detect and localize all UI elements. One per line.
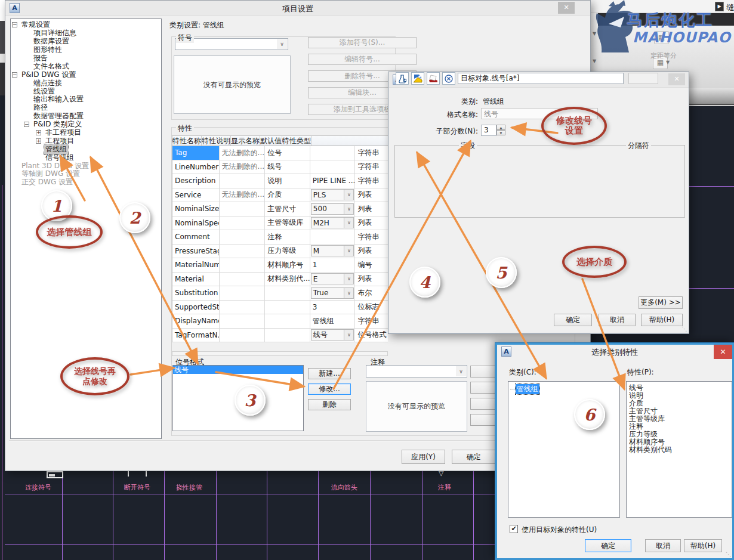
cell-property-desc[interactable] (220, 174, 266, 188)
tree-expander-icon[interactable]: + (36, 130, 41, 135)
symbol-action-button[interactable]: 编辑符号... (308, 54, 417, 65)
ok-button[interactable]: 确定 (585, 539, 631, 552)
table-row[interactable]: MaterialNum... 材料顺序号 1∨ 编号 (172, 258, 388, 273)
cell-property-desc[interactable] (220, 202, 266, 216)
tag-format-action-button[interactable]: 新建... (308, 368, 351, 379)
chevron-down-icon[interactable]: ∨ (344, 273, 354, 284)
cell-property-name[interactable]: PressureStage (172, 245, 220, 259)
table-row[interactable]: DisplayName 管线组∨ 字符串 (172, 314, 388, 329)
cell-property-name[interactable]: Tag (172, 146, 220, 160)
cell-property-type[interactable]: 字符串 (355, 160, 388, 175)
property-item[interactable]: 材料类别代码 (629, 446, 729, 454)
cell-property-name[interactable]: NominalSpec (172, 216, 220, 231)
chevron-down-icon[interactable]: ∨ (344, 245, 354, 256)
cell-property-type[interactable]: 列表 (355, 202, 388, 216)
close-icon[interactable]: ✕ (558, 2, 575, 14)
cell-property-name[interactable]: TagFormatN... (172, 329, 220, 343)
cell-property-desc[interactable] (220, 230, 266, 245)
cell-property-desc[interactable] (220, 286, 266, 301)
tree-item[interactable]: − P&ID 类别定义 (11, 120, 161, 129)
cell-property-desc[interactable] (220, 273, 266, 287)
cell-display-name[interactable]: 说明 (265, 174, 310, 188)
ribbon-collapse-icon[interactable]: ▶ (715, 2, 724, 11)
tree-expander-icon[interactable]: + (36, 138, 41, 144)
cell-display-name[interactable] (265, 301, 310, 315)
cell-display-name[interactable]: 材料类别代... (265, 273, 310, 287)
cell-property-name[interactable]: Substitution (172, 286, 220, 301)
table-row[interactable]: Tag 无法删除的... 位号 ∨ 字符串 (172, 146, 388, 160)
table-row[interactable]: TagFormatN... 线号∨ 位号格式 (172, 329, 388, 343)
cell-property-name[interactable]: LineNumber (172, 160, 220, 175)
delete-field-icon[interactable] (442, 72, 455, 85)
cell-property-type[interactable]: 列表 (355, 188, 388, 203)
chevron-down-icon[interactable]: ∨ (344, 217, 354, 228)
tag-format-action-button[interactable]: 修改... (308, 383, 351, 395)
chevron-down-icon[interactable]: ∨ (344, 329, 354, 341)
tag-format-list[interactable]: 线号 (172, 365, 304, 431)
cell-property-desc[interactable] (220, 329, 266, 343)
tree-item[interactable]: + 非工程项目 (11, 129, 161, 137)
subparts-input[interactable]: 3 (481, 125, 496, 136)
ok-button[interactable]: 确定 (554, 314, 592, 326)
cell-default-value[interactable]: 管线组∨ (310, 314, 356, 329)
apply-button[interactable]: 应用(Y) (402, 450, 445, 464)
category-listbox[interactable]: ···· 管线组 (508, 381, 620, 518)
cell-property-desc[interactable] (220, 314, 266, 329)
cell-default-value[interactable]: 500∨ (310, 202, 356, 216)
tree-item[interactable]: 正交 DWG 设置 (11, 178, 161, 187)
tree-expander-icon[interactable]: − (12, 72, 17, 78)
cell-property-name[interactable]: Material (172, 273, 220, 287)
cell-property-desc[interactable] (220, 258, 266, 273)
erase-field-icon[interactable] (427, 72, 440, 85)
chevron-down-icon[interactable]: ∨ (344, 287, 354, 299)
table-row[interactable]: NominalSize 主管尺寸 500∨ 列表 (172, 202, 388, 216)
cell-property-type[interactable]: 字符串 (355, 314, 388, 329)
cell-display-name[interactable] (265, 314, 310, 329)
cell-default-value[interactable]: M∨ (310, 245, 356, 259)
cell-display-name[interactable]: 注释 (265, 230, 310, 245)
tag-format-action-button[interactable]: 删除 (308, 399, 351, 410)
symbol-action-button[interactable]: 添加符号(S)... (308, 37, 417, 48)
category-item[interactable]: ···· 管线组 (510, 384, 618, 394)
column-header[interactable]: 特性说明 (202, 136, 231, 146)
cell-property-type[interactable]: 字符串 (355, 174, 388, 188)
cell-property-name[interactable]: DisplayName (172, 314, 220, 329)
edit-field-icon[interactable] (411, 72, 424, 85)
tree-item[interactable]: 管线组 (11, 145, 161, 153)
cell-property-name[interactable]: NominalSize (172, 202, 220, 216)
cell-default-value[interactable]: PIPE LINE ...∨ (310, 174, 356, 188)
cell-property-name[interactable]: MaterialNum... (172, 258, 220, 273)
table-row[interactable]: PressureStage 压力等级 M∨ 列表 (172, 245, 388, 259)
help-button[interactable]: 帮助(H) (641, 314, 683, 326)
cell-property-desc[interactable] (220, 301, 266, 315)
table-row[interactable]: Description 说明 PIPE LINE ...∨ 字符串 (172, 174, 388, 188)
ok-button[interactable]: 确定 (452, 450, 495, 464)
cancel-button[interactable]: 取消 (599, 314, 636, 326)
cell-property-type[interactable]: 编号 (355, 258, 388, 273)
cell-property-type[interactable]: 布尔 (355, 286, 388, 301)
cell-default-value[interactable]: True∨ (310, 286, 356, 301)
property-listbox[interactable]: 线号说明介质主管尺寸主管等级库注释压力等级材料顺序号材料类别代码 (626, 381, 732, 518)
cell-property-desc[interactable] (220, 216, 266, 231)
cell-property-type[interactable]: 列表 (355, 216, 388, 231)
quantity-stepper[interactable]: ▲ ▼ (496, 125, 505, 136)
property-item[interactable]: 说明 (629, 392, 729, 400)
dialog-titlebar[interactable]: A 选择类别特性 (497, 345, 732, 359)
dialog-titlebar[interactable]: A 项目设置 ✕ (5, 1, 590, 16)
cell-default-value[interactable]: M2H∨ (310, 216, 356, 231)
cell-property-desc[interactable] (220, 245, 266, 259)
cell-display-name[interactable]: 主管尺寸 (265, 202, 310, 216)
table-row[interactable]: SupportedSt... 3∨ 位标志 (172, 301, 388, 315)
table-row[interactable]: Substitution True∨ 布尔 (172, 286, 388, 301)
cell-property-type[interactable]: 列表 (355, 245, 388, 259)
help-button[interactable]: 帮助(H) (684, 539, 722, 552)
more-button[interactable]: 更多(M) >> (639, 296, 683, 309)
cell-property-type[interactable]: 位号格式 (355, 329, 388, 343)
separator-input[interactable] (628, 73, 658, 84)
cell-display-name[interactable]: 位号 (265, 146, 310, 160)
cell-property-type[interactable]: 字符串 (355, 230, 388, 245)
cell-default-value[interactable]: 线号∨ (310, 329, 356, 343)
column-header[interactable]: 特性名称 (172, 136, 202, 146)
cell-property-name[interactable]: Service (172, 188, 220, 203)
resize-grip[interactable]: ⋱ (726, 552, 732, 558)
